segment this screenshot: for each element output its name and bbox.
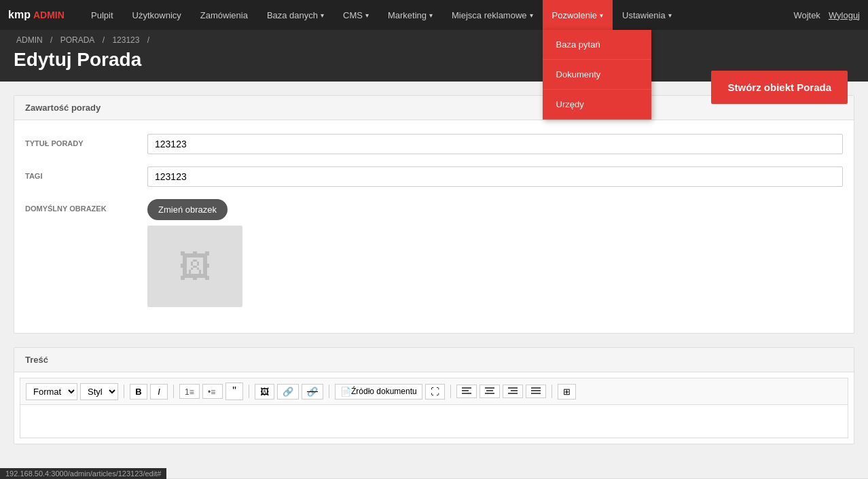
svg-rect-7 xyxy=(485,393,494,394)
breadcrumb-porada: PORADA xyxy=(60,35,95,45)
toolbar-sep3 xyxy=(249,385,249,398)
unlink-button[interactable]: 🔗 xyxy=(302,384,323,400)
nav-item-uzytkownicy[interactable]: Użytkownicy xyxy=(123,0,191,30)
pozwolenie-dropdown: Baza pytań Dokumenty Urzędy xyxy=(543,30,651,120)
align-center-icon xyxy=(485,387,494,395)
nav-item-pulpit[interactable]: Pulpit xyxy=(82,0,123,30)
table-button[interactable]: ⊞ xyxy=(558,384,576,400)
align-center-button[interactable] xyxy=(480,385,500,398)
breadcrumb: ADMIN / PORADA / 123123 / xyxy=(14,35,854,45)
logo-admin: ADMIN xyxy=(33,10,65,20)
svg-text:•≡: •≡ xyxy=(208,387,215,396)
section-tresc-header: Treść xyxy=(14,348,854,372)
svg-text:1≡: 1≡ xyxy=(185,387,194,396)
title-field[interactable] xyxy=(147,134,843,154)
tags-field[interactable] xyxy=(147,166,843,187)
page-header: ADMIN / PORADA / 123123 / Edytuj Porada … xyxy=(0,30,868,82)
toolbar-sep1 xyxy=(124,385,124,398)
user-name: Wojtek xyxy=(793,10,820,20)
status-bar: 192.168.50.4:3000/admin/articles/123123/… xyxy=(0,468,166,479)
page-title: Edytuj Porada xyxy=(14,49,854,71)
svg-rect-4 xyxy=(462,393,471,394)
dropdown-item-dokumenty[interactable]: Dokumenty xyxy=(543,60,651,90)
section-tresc: Treść Format Styl B I 1≡ xyxy=(14,347,854,444)
dropdown-item-baza-pytan[interactable]: Baza pytań xyxy=(543,30,651,60)
svg-rect-8 xyxy=(508,387,518,389)
ordered-list-button[interactable]: 1≡ xyxy=(179,384,200,399)
unordered-list-icon: •≡ xyxy=(208,387,217,396)
toolbar-sep2 xyxy=(173,385,174,398)
nav-item-cms[interactable]: CMS ▾ xyxy=(333,0,378,30)
svg-rect-3 xyxy=(462,390,469,391)
nav-item-miejsca-reklamowe[interactable]: Miejsca reklamowe ▾ xyxy=(442,0,543,30)
image-placeholder-icon: 🖼 xyxy=(179,248,211,285)
dropdown-item-urzedy[interactable]: Urzędy xyxy=(543,90,651,120)
brand-logo: kmp ADMIN xyxy=(0,9,82,21)
form-row-title: TYTUŁ PORADY xyxy=(25,134,843,154)
style-select[interactable]: Styl xyxy=(80,383,118,400)
editor-toolbar: Format Styl B I 1≡ •≡ xyxy=(20,378,848,404)
tags-label: TAGI xyxy=(25,166,147,180)
unordered-list-button[interactable]: •≡ xyxy=(202,384,223,399)
align-left-button[interactable] xyxy=(456,385,477,398)
nav-item-ustawienia[interactable]: Ustawienia ▾ xyxy=(613,0,681,30)
nav-item-pozwolenie[interactable]: Pozwolenie ▾ Baza pytań Dokumenty Urzędy xyxy=(543,0,613,30)
svg-rect-2 xyxy=(462,387,471,389)
nav-items: Pulpit Użytkownicy Zamówienia Baza danyc… xyxy=(82,0,785,30)
format-select[interactable]: Format xyxy=(26,383,77,400)
toolbar-sep6 xyxy=(551,385,552,398)
chevron-down-icon: ▾ xyxy=(429,12,433,19)
source-document-button[interactable]: 📄 Źródło dokumentu xyxy=(335,384,422,400)
main-content: Zawartość porady TYTUŁ PORADY TAGI DOMYŚ… xyxy=(0,82,868,472)
svg-rect-11 xyxy=(531,387,541,389)
image-placeholder: 🖼 xyxy=(147,226,242,307)
ordered-list-icon: 1≡ xyxy=(185,387,194,396)
blockquote-button[interactable]: " xyxy=(225,383,243,400)
section-content-body: TYTUŁ PORADY TAGI DOMYŚLNY OBRAZEK Zmień… xyxy=(14,120,854,333)
svg-rect-6 xyxy=(486,390,493,391)
create-object-button[interactable]: Stwórz obiekt Porada xyxy=(711,71,848,104)
logout-link[interactable]: Wyloguj xyxy=(829,10,860,20)
nav-item-baza-danych[interactable]: Baza danych ▾ xyxy=(257,0,333,30)
form-row-image: DOMYŚLNY OBRAZEK Zmień obrazek 🖼 xyxy=(25,199,843,307)
align-left-icon xyxy=(462,387,471,395)
image-section: Zmień obrazek 🖼 xyxy=(147,199,242,307)
title-label: TYTUŁ PORADY xyxy=(25,134,147,147)
align-justify-button[interactable] xyxy=(526,385,546,398)
italic-button[interactable]: I xyxy=(150,384,168,400)
nav-right: Wojtek Wyloguj xyxy=(785,10,868,20)
chevron-down-icon: ▾ xyxy=(530,12,533,19)
chevron-down-icon: ▾ xyxy=(600,12,603,19)
chevron-down-icon: ▾ xyxy=(321,12,324,19)
section-content: Zawartość porady TYTUŁ PORADY TAGI DOMYŚ… xyxy=(14,95,854,334)
expand-button[interactable]: ⛶ xyxy=(425,384,445,400)
svg-rect-10 xyxy=(508,393,518,394)
section-tresc-body: Format Styl B I 1≡ •≡ xyxy=(14,372,854,444)
breadcrumb-id: 123123 xyxy=(112,35,139,45)
toolbar-sep4 xyxy=(329,385,329,398)
breadcrumb-sep2: / xyxy=(103,35,107,45)
form-row-tags: TAGI xyxy=(25,166,843,187)
image-toolbar-button[interactable]: 🖼 xyxy=(255,384,274,400)
top-navigation: kmp ADMIN Pulpit Użytkownicy Zamówienia … xyxy=(0,0,868,30)
align-right-button[interactable] xyxy=(503,385,523,398)
chevron-down-icon: ▾ xyxy=(668,12,672,19)
source-icon: 📄 xyxy=(340,387,351,397)
logo-kmp: kmp xyxy=(8,9,31,21)
breadcrumb-sep1: / xyxy=(50,35,55,45)
nav-item-zamowienia[interactable]: Zamówienia xyxy=(191,0,257,30)
bold-button[interactable]: B xyxy=(130,384,147,400)
status-url: 192.168.50.4:3000/admin/articles/123123/… xyxy=(5,469,161,478)
toolbar-sep5 xyxy=(450,385,451,398)
align-justify-icon xyxy=(531,387,541,395)
chevron-down-icon: ▾ xyxy=(365,12,369,19)
source-label: Źródło dokumentu xyxy=(351,387,417,396)
change-image-button[interactable]: Zmień obrazek xyxy=(147,199,228,220)
nav-item-marketing[interactable]: Marketing ▾ xyxy=(378,0,442,30)
breadcrumb-sep3: / xyxy=(147,35,149,45)
link-button[interactable]: 🔗 xyxy=(277,384,299,400)
editor-area[interactable] xyxy=(20,404,848,438)
svg-rect-5 xyxy=(485,387,494,389)
align-right-icon xyxy=(508,387,518,395)
svg-rect-12 xyxy=(531,390,541,391)
